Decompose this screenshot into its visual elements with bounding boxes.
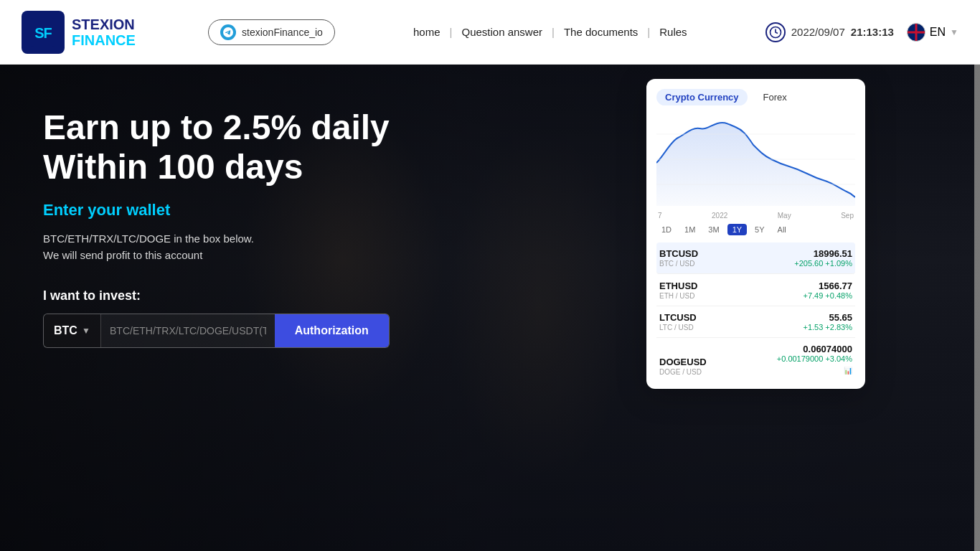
main-nav: home | Question answer | The documents |…: [407, 23, 693, 41]
hero-desc-line1: BTC/ETH/TRX/LTC/DOGE in the box below.: [43, 232, 254, 245]
uk-flag-icon: [907, 23, 925, 42]
price-row-btc: BTCUSD BTC / USD 18996.51 +205.60 +1.09%: [656, 242, 855, 274]
logo-area: SF STEXION FINANCE: [22, 11, 136, 54]
price-row-eth: ETHUSD ETH / USD 1566.77 +7.49 +0.48%: [656, 275, 855, 306]
time-area: 2022/09/07 21:13:13: [765, 22, 894, 42]
range-all[interactable]: All: [773, 224, 791, 235]
range-5y[interactable]: 5Y: [750, 224, 769, 235]
invest-form: BTC ▼ Authorization: [43, 314, 390, 348]
authorization-button[interactable]: Authorization: [275, 314, 389, 347]
price-right-doge: 0.06074000 +0.00179000 +3.04% 📊: [777, 344, 852, 376]
hero-title-line2: Within 100 days: [43, 148, 303, 186]
hero-content: Earn up to 2.5% daily Within 100 days En…: [43, 108, 390, 348]
range-3m[interactable]: 3M: [703, 224, 724, 235]
lang-chevron-icon: ▼: [950, 27, 958, 37]
tab-crypto-currency[interactable]: Crypto Currency: [656, 89, 748, 105]
axis-label-2022: 2022: [712, 212, 727, 220]
header: SF STEXION FINANCE stexionFinance_io hom…: [0, 0, 980, 65]
telegram-label: stexionFinance_io: [242, 27, 323, 38]
axis-label-sep: Sep: [841, 212, 854, 220]
nav-home[interactable]: home: [407, 23, 446, 41]
logo-stexion: STEXION: [72, 17, 136, 32]
telegram-button[interactable]: stexionFinance_io: [208, 19, 335, 45]
price-row-ltc: LTCUSD LTC / USD 55.65 +1.53 +2.83%: [656, 306, 855, 338]
hero-title-line1: Earn up to 2.5% daily: [43, 108, 390, 146]
nav-sep-1: |: [450, 26, 453, 38]
nav-sep-2: |: [552, 26, 555, 38]
nav-qa[interactable]: Question answer: [456, 23, 548, 41]
hero-title: Earn up to 2.5% daily Within 100 days: [43, 108, 390, 187]
price-pair-doge: DOGEUSD DOGE / USD: [659, 357, 707, 376]
price-row-doge: DOGEUSD DOGE / USD 0.06074000 +0.0017900…: [656, 338, 855, 382]
price-pair-ltc: LTCUSD LTC / USD: [659, 312, 697, 331]
price-chart: [656, 113, 855, 206]
header-right: 2022/09/07 21:13:13 EN ▼: [765, 22, 958, 42]
nav-docs[interactable]: The documents: [558, 23, 644, 41]
logo-icon: SF: [22, 11, 65, 54]
axis-label-may: May: [778, 212, 791, 220]
hero-section: Earn up to 2.5% daily Within 100 days En…: [0, 65, 980, 551]
range-1m[interactable]: 1M: [679, 224, 700, 235]
lang-selector[interactable]: EN ▼: [907, 23, 958, 42]
time-display: 21:13:13: [851, 26, 894, 38]
invest-label: I want to invest:: [43, 288, 390, 303]
nav-sep-3: |: [647, 26, 650, 38]
price-right-eth: 1566.77 +7.49 +0.48%: [803, 281, 852, 300]
hero-subtitle: Enter your wallet: [43, 201, 390, 220]
tradingview-logo: 📊: [844, 367, 852, 375]
logo-text: STEXION FINANCE: [72, 17, 136, 48]
date-display: 2022/09/07: [791, 26, 845, 38]
range-1d[interactable]: 1D: [656, 224, 677, 235]
hero-desc-line2: We will send profit to this account: [43, 249, 202, 261]
clock-icon: [765, 22, 786, 42]
chart-card: Crypto Currency Forex 7 2022: [646, 79, 865, 389]
svg-text:SF: SF: [34, 25, 52, 41]
currency-value: BTC: [54, 324, 77, 337]
time-range-buttons: 1D 1M 3M 1Y 5Y All: [656, 224, 855, 235]
price-right-ltc: 55.65 +1.53 +2.83%: [803, 312, 852, 331]
lang-code: EN: [930, 26, 946, 39]
logo-finance: FINANCE: [72, 32, 136, 48]
currency-selector[interactable]: BTC ▼: [44, 314, 101, 347]
chart-time-axis: 7 2022 May Sep: [656, 212, 855, 220]
axis-label-7: 7: [658, 212, 662, 220]
nav-rules[interactable]: Rules: [654, 23, 692, 41]
telegram-icon: [220, 24, 236, 40]
currency-chevron-icon: ▼: [82, 326, 90, 336]
wallet-input[interactable]: [101, 314, 275, 347]
price-pair-btc: BTCUSD BTC / USD: [659, 248, 698, 268]
tab-forex[interactable]: Forex: [755, 89, 796, 105]
price-right-btc: 18996.51 +205.60 +1.09%: [794, 248, 852, 268]
hero-description: BTC/ETH/TRX/LTC/DOGE in the box below. W…: [43, 231, 390, 263]
price-pair-eth: ETHUSD ETH / USD: [659, 281, 697, 300]
range-1y[interactable]: 1Y: [727, 224, 747, 235]
chart-tabs: Crypto Currency Forex: [656, 89, 855, 105]
